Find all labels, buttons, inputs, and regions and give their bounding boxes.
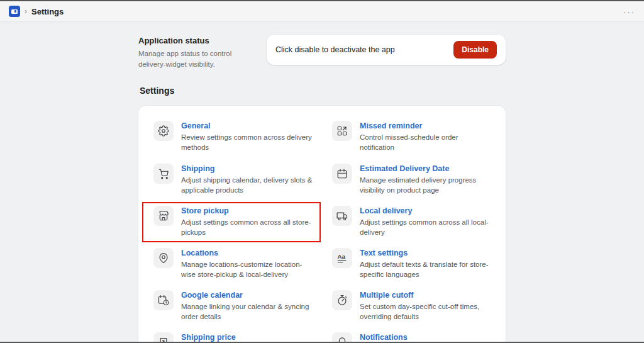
settings-item-locations[interactable]: Locations Manage locations-customize loc…: [153, 248, 313, 279]
settings-item-description: Adjust shipping calendar, delivery slots…: [181, 175, 313, 195]
settings-item-description: Manage linking your calendar & syncing o…: [181, 301, 313, 322]
stopwatch-icon: [332, 290, 352, 310]
settings-item-title[interactable]: Missed reminder: [360, 121, 492, 130]
app-status-card: Click disable to deactivate the app Disa…: [267, 35, 506, 65]
settings-item-google-calendar[interactable]: Google calendar Manage linking your cale…: [153, 290, 313, 322]
settings-item-description: Adjust settings common across all store-…: [181, 217, 313, 237]
app-status-heading: Application status: [138, 36, 258, 45]
settings-item-title[interactable]: General: [181, 121, 313, 130]
more-actions-icon[interactable]: ···: [623, 8, 635, 16]
settings-item-title[interactable]: Store pickup: [181, 206, 313, 215]
top-bar: › Settings ···: [0, 1, 644, 22]
grid-arrow-icon: [332, 121, 352, 141]
map-pin-icon: [153, 248, 174, 268]
settings-heading: Settings: [140, 86, 506, 96]
settings-item-store-pickup[interactable]: Store pickup Adjust settings common acro…: [153, 206, 313, 237]
settings-grid: General Review settings common across de…: [153, 121, 492, 343]
settings-item-missed-reminder[interactable]: Missed reminder Control missed-schedule …: [332, 121, 492, 152]
settings-item-description: Review settings common across delivery m…: [181, 132, 313, 152]
cart-icon: [153, 164, 174, 184]
gear-icon: [153, 121, 174, 141]
app-status-info: Application status Manage app status to …: [138, 35, 258, 69]
settings-item-title[interactable]: Locations: [181, 249, 313, 257]
settings-item-title[interactable]: Notifications: [360, 333, 483, 342]
settings-item-description: Manage locations-customize location-wise…: [181, 259, 313, 279]
settings-item-general[interactable]: General Review settings common across de…: [153, 121, 313, 152]
settings-item-title[interactable]: Estimated Delivery Date: [360, 164, 492, 173]
app-logo-icon[interactable]: [9, 6, 20, 17]
content: Application status Manage app status to …: [0, 22, 644, 343]
settings-item-multiple-cutoff[interactable]: Multiple cutoff Set custom day-specific …: [332, 290, 492, 322]
app-status-section: Application status Manage app status to …: [138, 35, 506, 69]
app-status-card-text: Click disable to deactivate the app: [275, 45, 395, 54]
settings-item-title[interactable]: Shipping price: [181, 333, 313, 342]
settings-card: General Review settings common across de…: [138, 106, 506, 343]
settings-item-title[interactable]: Multiple cutoff: [360, 291, 492, 300]
settings-item-local-delivery[interactable]: Local delivery Adjust settings common ac…: [332, 206, 492, 237]
settings-item-description: Set custom day-specific cut-off times, o…: [360, 301, 492, 322]
breadcrumb-separator: ›: [25, 7, 27, 16]
settings-item-title[interactable]: Local delivery: [360, 206, 492, 215]
storefront-icon: [153, 206, 174, 226]
settings-item-title[interactable]: Google calendar: [181, 291, 313, 300]
truck-icon: [332, 206, 352, 226]
calendar-icon: [332, 164, 352, 184]
svg-text:Aa: Aa: [338, 253, 346, 260]
settings-item-text-settings[interactable]: Aa Text settings Adjust default texts & …: [332, 248, 492, 279]
text-icon: Aa: [332, 248, 352, 268]
app-status-description: Manage app status to control delivery-wi…: [138, 48, 258, 69]
settings-item-title[interactable]: Shipping: [181, 164, 313, 173]
settings-item-title[interactable]: Text settings: [360, 249, 492, 257]
disable-button[interactable]: Disable: [453, 41, 497, 59]
settings-item-description: Control missed-schedule order notificati…: [360, 132, 492, 152]
settings-item-description: Adjust settings common across all local-…: [360, 217, 492, 237]
calendar-clock-icon: [153, 290, 174, 310]
settings-item-shipping[interactable]: Shipping Adjust shipping calendar, deliv…: [153, 164, 313, 195]
settings-item-estimated-delivery-date[interactable]: Estimated Delivery Date Manage estimated…: [332, 164, 492, 195]
settings-item-description: Adjust default texts & translate for sto…: [360, 259, 492, 279]
page-title: Settings: [31, 7, 64, 16]
settings-item-description: Manage estimated delivery progress visib…: [360, 175, 492, 195]
